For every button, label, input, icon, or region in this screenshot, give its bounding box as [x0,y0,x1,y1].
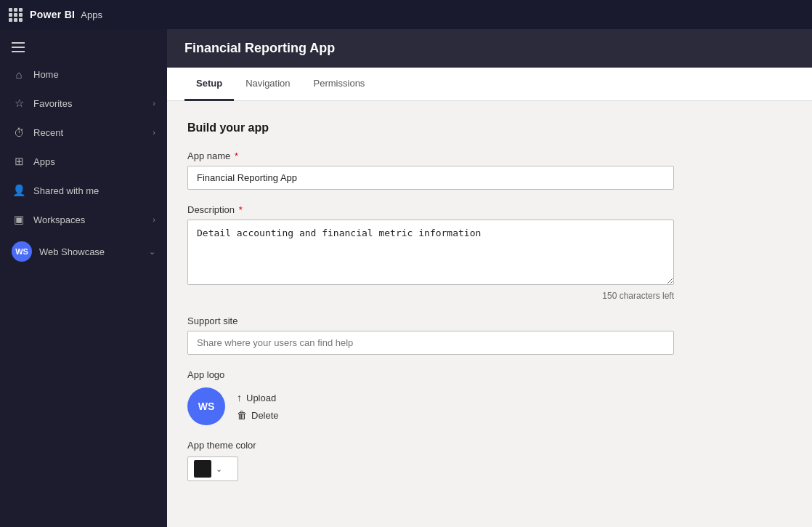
page-header: Financial Reporting App [167,29,812,68]
tabs-bar: Setup Navigation Permissions [167,68,812,101]
description-group: Description * Detail accounting and fina… [187,204,792,301]
build-app-title: Build your app [187,121,792,134]
delete-button[interactable]: 🗑 Delete [237,409,279,421]
theme-color-section: App theme color ⌄ [187,440,792,481]
topbar: Power BI Apps [0,0,812,29]
hamburger-button[interactable] [0,35,167,60]
sidebar-item-web-showcase[interactable]: WS Web Showcase ⌄ [0,234,167,269]
apps-grid-icon[interactable] [9,8,23,22]
home-icon: ⌂ [12,67,26,81]
clock-icon: ⏱ [12,125,26,140]
favorites-chevron-icon: › [153,99,155,108]
web-showcase-avatar: WS [12,241,32,262]
description-textarea[interactable]: Detail accounting and financial metric i… [187,220,674,285]
sidebar-item-home[interactable]: ⌂ Home [0,60,167,89]
brand-area: Power BI Apps [30,9,102,20]
web-showcase-chevron-icon: ⌄ [149,247,155,257]
color-chevron-icon: ⌄ [216,464,222,474]
sidebar-home-label: Home [33,69,155,80]
topbar-apps-link[interactable]: Apps [81,9,102,20]
description-label: Description * [187,204,792,215]
sidebar: ⌂ Home ☆ Favorites › ⏱ Recent › ⊞ Apps 👤… [0,29,167,527]
sidebar-item-workspaces[interactable]: ▣ Workspaces › [0,205,167,234]
app-logo-row: WS ↑ Upload 🗑 Delete [187,387,792,425]
workspaces-chevron-icon: › [153,215,155,224]
app-name-input[interactable] [187,166,674,190]
delete-icon: 🗑 [237,409,247,421]
app-name-group: App name * [187,150,792,190]
sidebar-item-shared[interactable]: 👤 Shared with me [0,176,167,205]
color-swatch [194,460,211,478]
tab-permissions[interactable]: Permissions [302,68,377,101]
page-title: Financial Reporting App [184,41,795,56]
main-layout: ⌂ Home ☆ Favorites › ⏱ Recent › ⊞ Apps 👤… [0,29,812,527]
char-count: 150 characters left [187,291,674,301]
recent-chevron-icon: › [153,128,155,137]
app-name-label: App name * [187,150,792,161]
sidebar-recent-label: Recent [33,127,145,138]
brand-name: Power BI [30,9,75,20]
sidebar-apps-label: Apps [33,156,155,167]
upload-icon: ↑ [237,392,242,403]
workspace-icon: ▣ [12,212,26,227]
support-site-input[interactable] [187,331,674,355]
sidebar-item-apps[interactable]: ⊞ Apps [0,147,167,176]
sidebar-item-favorites[interactable]: ☆ Favorites › [0,89,167,118]
sidebar-workspaces-label: Workspaces [33,214,145,225]
grid-icon: ⊞ [12,154,26,169]
app-logo-circle: WS [187,387,225,425]
content-area: Financial Reporting App Setup Navigation… [167,29,812,527]
tab-navigation[interactable]: Navigation [234,68,301,101]
app-logo-label: App logo [187,369,792,380]
tab-setup[interactable]: Setup [184,68,234,101]
support-site-group: Support site [187,315,792,355]
hamburger-icon [12,42,25,52]
support-site-label: Support site [187,315,792,326]
sidebar-web-showcase-label: Web Showcase [39,246,142,257]
sidebar-item-recent[interactable]: ⏱ Recent › [0,118,167,147]
sidebar-shared-label: Shared with me [33,185,155,196]
form-area: Build your app App name * Description * … [167,101,812,527]
star-icon: ☆ [12,96,26,110]
color-picker-button[interactable]: ⌄ [187,456,238,481]
shared-icon: 👤 [12,183,26,198]
upload-button[interactable]: ↑ Upload [237,392,279,403]
theme-color-label: App theme color [187,440,792,451]
app-logo-section: App logo WS ↑ Upload 🗑 Delete [187,369,792,425]
logo-actions: ↑ Upload 🗑 Delete [237,392,279,421]
sidebar-favorites-label: Favorites [33,98,145,109]
